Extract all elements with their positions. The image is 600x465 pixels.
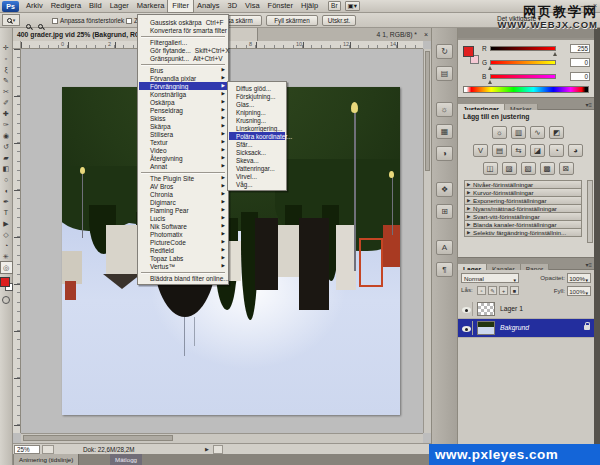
menu-item[interactable]: Filter <box>168 0 193 12</box>
menu-item[interactable]: Lager <box>106 0 133 12</box>
healing-brush-tool[interactable]: ✚ <box>1 108 12 119</box>
tab-measurement-log[interactable]: Mätlogg <box>110 454 142 465</box>
color-balance-icon[interactable]: ⇆ <box>511 144 526 157</box>
marquee-tool[interactable]: ▫ <box>1 53 12 64</box>
filter-menu-item[interactable]: Oskärpa ▶ <box>139 98 227 106</box>
history-brush-tool[interactable]: ↺ <box>1 141 12 152</box>
slider-pointer-icon[interactable] <box>488 80 492 84</box>
filter-menu-item[interactable]: Gör flytande... Skift+Ctrl+X ▶ <box>139 46 227 54</box>
zoom-tool[interactable]: ◎ <box>1 262 12 273</box>
history-panel-icon[interactable]: ↻ <box>436 44 453 59</box>
blur-tool[interactable]: ○ <box>1 174 12 185</box>
preset-row[interactable]: ▶ Selektiv färgändring-förinställnin... <box>464 228 582 237</box>
pen-tool[interactable]: ✒ <box>1 196 12 207</box>
filter-menu-item[interactable]: Gaussisk oskärpa Ctrl+F ▶ <box>139 18 227 26</box>
panel-menu-icon[interactable]: ▾≡ <box>585 261 592 268</box>
filter-menu-item[interactable]: Textur ▶ <box>139 138 227 146</box>
filter-menu-item[interactable]: Nik Software ▶ <box>139 222 227 230</box>
character-panel-icon[interactable]: A <box>436 240 453 255</box>
brightness-contrast-icon[interactable]: ☼ <box>492 126 507 139</box>
paragraph-panel-icon[interactable]: ¶ <box>436 262 453 277</box>
lock-position-icon[interactable]: + <box>499 286 508 295</box>
filter-menu-item[interactable]: Gränspunkt... Alt+Ctrl+V ▶ <box>139 54 227 62</box>
fill-screen-button[interactable]: Fyll skärmen <box>266 15 318 26</box>
zoom-out-icon[interactable] <box>38 15 43 33</box>
vertical-scrollbar[interactable] <box>423 49 431 433</box>
filter-menu-item[interactable]: Stilisera ▶ <box>139 130 227 138</box>
filter-menu-item[interactable]: AV Bros ▶ <box>139 182 227 190</box>
menu-item[interactable]: Redigera <box>47 0 85 12</box>
lock-paint-icon[interactable]: ✎ <box>488 286 497 295</box>
clone-stamp-tool[interactable]: ◉ <box>1 130 12 141</box>
filter-menu-item[interactable]: Annat ▶ <box>139 162 227 170</box>
layer-comps-panel-icon[interactable]: ▤ <box>436 66 453 81</box>
filter-menu-item[interactable]: Återgivning ▶ <box>139 154 227 162</box>
filter-menu-item[interactable]: Konvertera för smarta filter ▶ <box>139 26 227 34</box>
submenu-item[interactable]: Glas... <box>229 100 285 108</box>
filter-menu-item[interactable]: Förvrängning ▶ <box>139 82 227 90</box>
selective-color-icon[interactable]: ⊠ <box>559 162 574 175</box>
eraser-tool[interactable]: ▰ <box>1 152 12 163</box>
blend-mode-select[interactable]: Normal▼ <box>461 273 519 283</box>
layer-row[interactable]: Bakgrund <box>458 319 594 338</box>
submenu-item[interactable]: Krusning... <box>229 116 285 124</box>
submenu-item[interactable]: Skeva... <box>229 156 285 164</box>
menu-item[interactable]: Fönster <box>264 0 297 12</box>
filter-menu-item[interactable]: Brus ▶ <box>139 66 227 74</box>
hand-tool[interactable]: ✳ <box>1 251 12 262</box>
document-tab-inactive[interactable]: 4 1, RGB/8) * × <box>258 28 431 41</box>
filter-menu-item[interactable]: Konstnärliga ▶ <box>139 90 227 98</box>
filter-menu-item[interactable]: Photomatix ▶ <box>139 230 227 238</box>
zoom-level-input[interactable]: 25% <box>14 445 40 454</box>
submenu-item[interactable]: Våg... <box>229 180 285 188</box>
slider-track[interactable] <box>490 60 556 65</box>
filter-menu-item[interactable]: Lucis ▶ <box>139 214 227 222</box>
quick-mask-icon[interactable] <box>2 296 10 304</box>
filter-menu-item[interactable]: Video ▶ <box>139 146 227 154</box>
fill-input[interactable]: 100%▼ <box>567 286 591 296</box>
type-tool[interactable]: T <box>1 207 12 218</box>
presets-scrollbar[interactable] <box>587 180 593 243</box>
slider-value[interactable]: 0 <box>570 58 590 67</box>
lock-all-icon[interactable]: ■ <box>510 286 519 295</box>
slider-track[interactable] <box>490 46 556 51</box>
submenu-item[interactable]: Linskorrigering... <box>229 124 285 132</box>
adjustments-panel-icon[interactable]: ☼ <box>436 102 453 117</box>
submenu-item[interactable]: Diffus glöd... <box>229 84 285 92</box>
posterize-icon[interactable]: ▨ <box>502 162 517 175</box>
layer-thumbnail[interactable] <box>477 302 495 316</box>
filter-menu-item[interactable]: Topaz Labs ▶ <box>139 254 227 262</box>
print-size-button[interactable]: Utskr.st. <box>322 15 356 26</box>
filter-menu-item[interactable]: Bläddra bland filter online... ▶ <box>139 274 227 282</box>
crop-tool[interactable]: ✂ <box>1 86 12 97</box>
move-tool[interactable]: ✛ <box>1 42 12 53</box>
horizontal-scrollbar[interactable] <box>21 433 423 443</box>
eyedropper-tool[interactable]: ✐ <box>1 97 12 108</box>
photo-filter-icon[interactable]: ◔ <box>549 144 564 157</box>
menu-item[interactable]: Analys <box>193 0 224 12</box>
vibrance-icon[interactable]: V <box>473 144 488 157</box>
tab-close-icon[interactable]: × <box>424 28 428 41</box>
submenu-item[interactable]: Polära koordinater... <box>229 132 285 140</box>
zoom-in-icon[interactable] <box>26 15 31 33</box>
3d-rotate-tool[interactable]: ◔ <box>1 240 12 251</box>
slider-value[interactable]: 0 <box>570 72 590 81</box>
filter-menu-item[interactable]: Förvandla pixlar ▶ <box>139 74 227 82</box>
submenu-item[interactable]: Knipning... <box>229 108 285 116</box>
panel-color-swatches[interactable] <box>463 46 479 64</box>
visibility-toggle[interactable] <box>460 321 473 335</box>
shape-tool[interactable]: ◇ <box>1 229 12 240</box>
invert-icon[interactable]: ◫ <box>483 162 498 175</box>
tab-animation[interactable]: Animering (tidslinje) <box>14 454 79 465</box>
masks-panel-icon[interactable]: ▦ <box>436 124 453 139</box>
menu-item[interactable]: Bild <box>85 0 106 12</box>
submenu-item[interactable]: Sicksack... <box>229 148 285 156</box>
lasso-tool[interactable]: ξ <box>1 64 12 75</box>
filter-menu-item[interactable]: Flaming Pear ▶ <box>139 206 227 214</box>
screen-mode-icon[interactable]: ▣▾ <box>345 1 360 11</box>
slider-pointer-icon[interactable] <box>488 66 492 70</box>
filter-menu-item[interactable]: Skärpa ▶ <box>139 122 227 130</box>
status-flyout-button[interactable] <box>213 445 223 454</box>
status-flyout-icon[interactable]: ▶ <box>205 445 209 454</box>
swatches-panel-icon[interactable]: ⊞ <box>436 204 453 219</box>
